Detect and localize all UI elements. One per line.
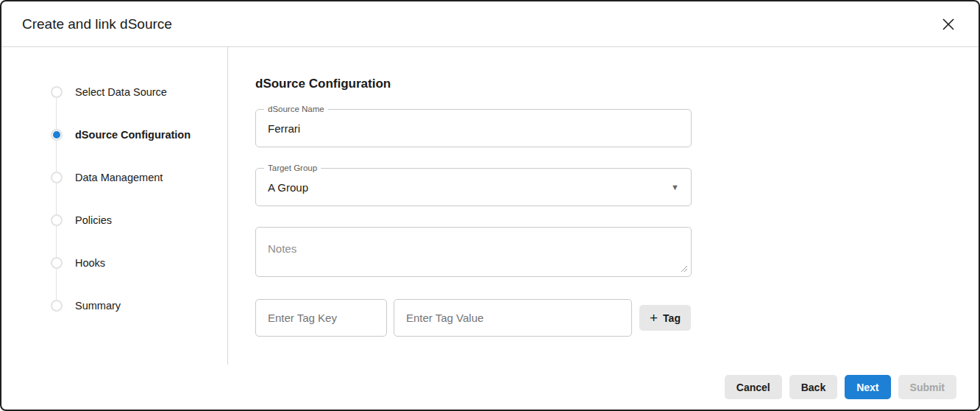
notes-field	[255, 227, 692, 277]
step-circle-icon	[51, 172, 63, 183]
close-icon	[942, 18, 955, 31]
tag-key-input[interactable]	[255, 299, 387, 337]
step-circle-icon	[51, 300, 63, 312]
target-group-select[interactable]: Target Group A Group ▼	[255, 168, 692, 206]
add-tag-button[interactable]: + Tag	[639, 305, 691, 331]
dialog-footer: Cancel Back Next Submit	[1, 365, 979, 410]
dsource-configuration-panel: dSource Configuration dSource Name Targe…	[228, 47, 979, 365]
target-group-value: A Group	[268, 181, 665, 194]
submit-button[interactable]: Submit	[898, 375, 956, 399]
panel-heading: dSource Configuration	[255, 77, 979, 91]
add-tag-button-label: Tag	[663, 312, 681, 324]
dsource-name-label: dSource Name	[264, 104, 328, 115]
step-summary[interactable]: Summary	[1, 284, 227, 327]
step-circle-icon	[51, 214, 63, 226]
step-label: Select Data Source	[75, 86, 167, 98]
step-label: dSource Configuration	[75, 129, 191, 141]
step-circle-icon	[51, 257, 63, 269]
step-circle-icon	[51, 86, 63, 98]
dsource-name-input[interactable]	[268, 122, 679, 135]
step-label: Summary	[75, 300, 121, 312]
step-circle-active-icon	[51, 129, 63, 141]
step-label: Data Management	[75, 172, 163, 183]
step-hooks[interactable]: Hooks	[1, 242, 227, 284]
chevron-down-icon: ▼	[671, 183, 679, 192]
create-dsource-dialog: Create and link dSource Select Data Sour…	[0, 0, 980, 411]
notes-textarea[interactable]	[255, 227, 692, 277]
dialog-title: Create and link dSource	[22, 16, 172, 32]
close-button[interactable]	[939, 15, 958, 34]
dialog-body: Select Data Source dSource Configuration…	[1, 47, 979, 365]
step-policies[interactable]: Policies	[1, 199, 227, 242]
next-button[interactable]: Next	[845, 375, 890, 399]
step-select-data-source[interactable]: Select Data Source	[1, 71, 227, 113]
wizard-stepper: Select Data Source dSource Configuration…	[1, 47, 228, 365]
back-button[interactable]: Back	[789, 375, 837, 399]
target-group-label: Target Group	[264, 163, 321, 174]
step-dsource-configuration[interactable]: dSource Configuration	[1, 113, 227, 156]
dialog-header: Create and link dSource	[1, 1, 979, 47]
step-data-management[interactable]: Data Management	[1, 156, 227, 199]
tag-value-input[interactable]	[394, 299, 632, 337]
plus-icon: +	[650, 311, 658, 325]
dsource-name-field: dSource Name	[255, 109, 692, 147]
tag-entry-row: + Tag	[255, 299, 692, 337]
step-label: Hooks	[75, 257, 105, 269]
step-label: Policies	[75, 214, 112, 226]
cancel-button[interactable]: Cancel	[725, 375, 782, 399]
